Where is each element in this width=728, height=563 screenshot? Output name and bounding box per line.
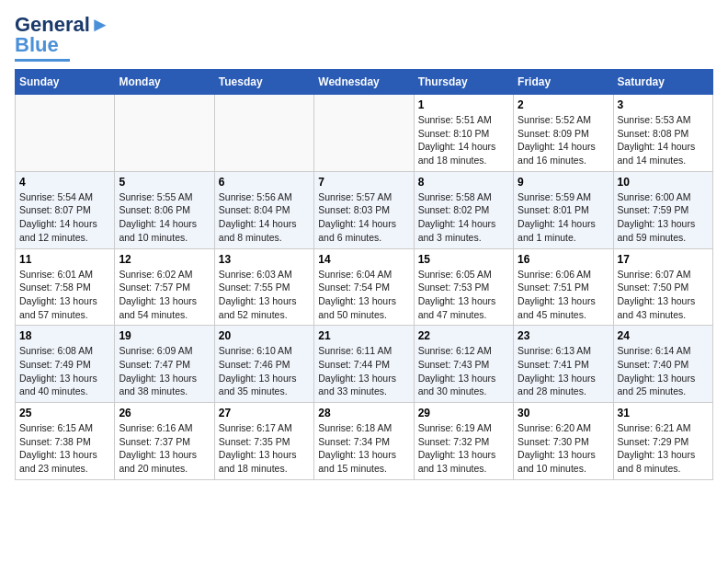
logo-underline (15, 59, 70, 62)
day-number: 23 (518, 329, 609, 342)
day-number: 26 (119, 407, 210, 419)
day-info: Sunrise: 5:54 AM Sunset: 8:07 PM Dayligh… (19, 190, 110, 245)
day-info: Sunrise: 5:58 AM Sunset: 8:02 PM Dayligh… (418, 190, 509, 245)
day-number: 16 (518, 253, 609, 266)
day-info: Sunrise: 6:06 AM Sunset: 7:51 PM Dayligh… (518, 268, 609, 322)
calendar-cell (16, 95, 115, 172)
day-number: 24 (618, 329, 709, 342)
calendar-cell: 10Sunrise: 6:00 AM Sunset: 7:59 PM Dayli… (613, 171, 712, 248)
day-number: 15 (418, 253, 509, 266)
day-info: Sunrise: 6:16 AM Sunset: 7:37 PM Dayligh… (119, 421, 210, 476)
day-info: Sunrise: 6:20 AM Sunset: 7:30 PM Dayligh… (518, 421, 609, 476)
day-info: Sunrise: 6:15 AM Sunset: 7:38 PM Dayligh… (19, 421, 110, 476)
calendar-cell: 27Sunrise: 6:17 AM Sunset: 7:35 PM Dayli… (214, 403, 313, 480)
calendar-week-3: 11Sunrise: 6:01 AM Sunset: 7:58 PM Dayli… (16, 248, 713, 326)
day-info: Sunrise: 5:53 AM Sunset: 8:08 PM Dayligh… (618, 113, 709, 167)
calendar-week-4: 18Sunrise: 6:08 AM Sunset: 7:49 PM Dayli… (16, 326, 713, 403)
day-info: Sunrise: 5:52 AM Sunset: 8:09 PM Dayligh… (518, 113, 609, 167)
day-number: 13 (219, 253, 310, 266)
day-number: 14 (318, 253, 409, 266)
day-info: Sunrise: 6:10 AM Sunset: 7:46 PM Dayligh… (219, 344, 310, 398)
calendar-cell: 4Sunrise: 5:54 AM Sunset: 8:07 PM Daylig… (16, 171, 115, 248)
day-info: Sunrise: 5:57 AM Sunset: 8:03 PM Dayligh… (318, 190, 409, 245)
calendar-cell: 8Sunrise: 5:58 AM Sunset: 8:02 PM Daylig… (414, 171, 513, 248)
day-info: Sunrise: 6:21 AM Sunset: 7:29 PM Dayligh… (618, 421, 709, 476)
day-number: 9 (518, 176, 609, 189)
day-number: 22 (418, 329, 509, 342)
calendar-cell: 17Sunrise: 6:07 AM Sunset: 7:50 PM Dayli… (613, 248, 712, 326)
calendar-cell: 24Sunrise: 6:14 AM Sunset: 7:40 PM Dayli… (613, 326, 712, 403)
day-info: Sunrise: 6:12 AM Sunset: 7:43 PM Dayligh… (418, 344, 509, 398)
logo: General► Blue (15, 15, 110, 62)
calendar-cell: 11Sunrise: 6:01 AM Sunset: 7:58 PM Dayli… (16, 248, 115, 326)
calendar-cell: 7Sunrise: 5:57 AM Sunset: 8:03 PM Daylig… (314, 171, 414, 248)
calendar-cell: 14Sunrise: 6:04 AM Sunset: 7:54 PM Dayli… (314, 248, 414, 326)
calendar-cell: 12Sunrise: 6:02 AM Sunset: 7:57 PM Dayli… (115, 248, 214, 326)
calendar-week-1: 1Sunrise: 5:51 AM Sunset: 8:10 PM Daylig… (16, 95, 713, 172)
day-number: 31 (618, 407, 709, 419)
calendar-cell: 3Sunrise: 5:53 AM Sunset: 8:08 PM Daylig… (613, 95, 712, 172)
calendar-cell: 16Sunrise: 6:06 AM Sunset: 7:51 PM Dayli… (514, 248, 613, 326)
calendar-cell: 25Sunrise: 6:15 AM Sunset: 7:38 PM Dayli… (16, 403, 115, 480)
calendar-cell: 31Sunrise: 6:21 AM Sunset: 7:29 PM Dayli… (613, 403, 712, 480)
calendar-cell (214, 95, 313, 172)
day-number: 19 (119, 329, 210, 342)
day-number: 7 (318, 176, 409, 189)
calendar-week-2: 4Sunrise: 5:54 AM Sunset: 8:07 PM Daylig… (16, 171, 713, 248)
calendar-table: SundayMondayTuesdayWednesdayThursdayFrid… (15, 69, 713, 480)
day-info: Sunrise: 6:03 AM Sunset: 7:55 PM Dayligh… (219, 268, 310, 322)
day-info: Sunrise: 6:18 AM Sunset: 7:34 PM Dayligh… (318, 421, 409, 476)
day-number: 3 (618, 98, 709, 111)
calendar-header-row: SundayMondayTuesdayWednesdayThursdayFrid… (16, 70, 713, 95)
calendar-cell: 1Sunrise: 5:51 AM Sunset: 8:10 PM Daylig… (414, 95, 513, 172)
day-number: 18 (19, 329, 110, 342)
column-header-tuesday: Tuesday (214, 70, 313, 95)
day-number: 12 (119, 253, 210, 266)
calendar-cell: 5Sunrise: 5:55 AM Sunset: 8:06 PM Daylig… (115, 171, 214, 248)
day-number: 1 (418, 98, 509, 111)
calendar-cell: 6Sunrise: 5:56 AM Sunset: 8:04 PM Daylig… (214, 171, 313, 248)
calendar-cell: 18Sunrise: 6:08 AM Sunset: 7:49 PM Dayli… (16, 326, 115, 403)
day-number: 20 (219, 329, 310, 342)
day-info: Sunrise: 6:01 AM Sunset: 7:58 PM Dayligh… (19, 268, 110, 322)
calendar-cell: 20Sunrise: 6:10 AM Sunset: 7:46 PM Dayli… (214, 326, 313, 403)
calendar-cell: 2Sunrise: 5:52 AM Sunset: 8:09 PM Daylig… (514, 95, 613, 172)
day-info: Sunrise: 6:05 AM Sunset: 7:53 PM Dayligh… (418, 268, 509, 322)
day-number: 30 (518, 407, 609, 419)
calendar-cell: 19Sunrise: 6:09 AM Sunset: 7:47 PM Dayli… (115, 326, 214, 403)
day-info: Sunrise: 6:17 AM Sunset: 7:35 PM Dayligh… (219, 421, 310, 476)
page-header: General► Blue (15, 15, 713, 62)
day-number: 28 (318, 407, 409, 419)
day-info: Sunrise: 6:02 AM Sunset: 7:57 PM Dayligh… (119, 268, 210, 322)
calendar-cell: 15Sunrise: 6:05 AM Sunset: 7:53 PM Dayli… (414, 248, 513, 326)
calendar-cell (115, 95, 214, 172)
day-number: 8 (418, 176, 509, 189)
calendar-cell: 30Sunrise: 6:20 AM Sunset: 7:30 PM Dayli… (514, 403, 613, 480)
day-info: Sunrise: 6:07 AM Sunset: 7:50 PM Dayligh… (618, 268, 709, 322)
day-number: 29 (418, 407, 509, 419)
day-info: Sunrise: 5:51 AM Sunset: 8:10 PM Dayligh… (418, 113, 509, 167)
day-number: 6 (219, 176, 310, 189)
logo-text: General► (15, 15, 110, 35)
calendar-cell: 22Sunrise: 6:12 AM Sunset: 7:43 PM Dayli… (414, 326, 513, 403)
day-info: Sunrise: 6:11 AM Sunset: 7:44 PM Dayligh… (318, 344, 409, 398)
day-number: 27 (219, 407, 310, 419)
day-info: Sunrise: 5:55 AM Sunset: 8:06 PM Dayligh… (119, 190, 210, 245)
calendar-cell: 26Sunrise: 6:16 AM Sunset: 7:37 PM Dayli… (115, 403, 214, 480)
calendar-cell (314, 95, 414, 172)
day-info: Sunrise: 6:19 AM Sunset: 7:32 PM Dayligh… (418, 421, 509, 476)
column-header-sunday: Sunday (16, 70, 115, 95)
calendar-cell: 21Sunrise: 6:11 AM Sunset: 7:44 PM Dayli… (314, 326, 414, 403)
column-header-friday: Friday (514, 70, 613, 95)
calendar-cell: 9Sunrise: 5:59 AM Sunset: 8:01 PM Daylig… (514, 171, 613, 248)
day-info: Sunrise: 6:14 AM Sunset: 7:40 PM Dayligh… (618, 344, 709, 398)
day-number: 17 (618, 253, 709, 266)
calendar-cell: 28Sunrise: 6:18 AM Sunset: 7:34 PM Dayli… (314, 403, 414, 480)
column-header-thursday: Thursday (414, 70, 513, 95)
day-number: 11 (19, 253, 110, 266)
day-info: Sunrise: 6:09 AM Sunset: 7:47 PM Dayligh… (119, 344, 210, 398)
column-header-saturday: Saturday (613, 70, 712, 95)
day-number: 25 (19, 407, 110, 419)
day-info: Sunrise: 5:59 AM Sunset: 8:01 PM Dayligh… (518, 190, 609, 245)
day-info: Sunrise: 6:08 AM Sunset: 7:49 PM Dayligh… (19, 344, 110, 398)
